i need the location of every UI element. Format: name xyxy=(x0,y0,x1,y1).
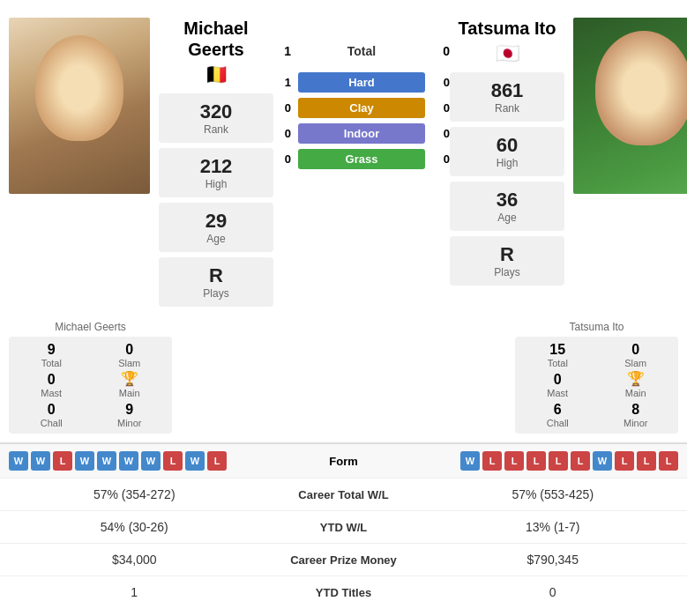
left-age-value: 29 xyxy=(176,210,256,233)
left-chall-value: 0 xyxy=(14,402,89,418)
right-bottom-stats: Tatsuma Ito 15 Total 0 Slam 0 Mast 🏆 0 xyxy=(515,321,678,434)
right-minor-value: 8 xyxy=(599,402,674,418)
stats-left-0: 57% (354-272) xyxy=(13,487,256,501)
right-rank-value: 861 xyxy=(467,79,547,102)
right-plays-box: R Plays xyxy=(450,236,564,286)
stats-right-3: 0 xyxy=(432,585,675,599)
form-badge-w: W xyxy=(97,451,116,471)
indoor-right-score: 0 xyxy=(432,127,450,140)
form-badge-w: W xyxy=(31,451,50,471)
right-plays-label: Plays xyxy=(467,266,547,278)
grass-left-score: 0 xyxy=(273,152,291,166)
left-mast-value: 0 xyxy=(48,372,56,388)
form-badge-right-l: L xyxy=(482,451,502,471)
form-badge-l: L xyxy=(207,451,227,471)
stats-right-1: 13% (1-7) xyxy=(432,520,675,534)
right-high-label: High xyxy=(467,157,547,169)
left-plays-value: R xyxy=(176,264,256,287)
clay-row: 0 Clay 0 xyxy=(273,98,450,118)
right-age-box: 36 Age xyxy=(450,182,564,231)
form-badge-right-l: L xyxy=(659,451,678,471)
right-minor-label: Minor xyxy=(599,418,674,428)
stats-row-2: $34,000 Career Prize Money $790,345 xyxy=(0,544,687,576)
form-badge-l: L xyxy=(53,451,72,471)
hard-row: 1 Hard 0 xyxy=(273,72,450,93)
right-trophy-icon: 🏆 xyxy=(627,370,645,387)
right-chall-value: 6 xyxy=(520,402,595,418)
left-flag: 🇧🇪 xyxy=(205,63,228,86)
stats-label-3: YTD Titles xyxy=(256,586,432,599)
left-total-label: Total xyxy=(14,358,89,368)
left-player-photo xyxy=(9,18,150,194)
left-player-name-label: Michael Geerts xyxy=(9,321,172,333)
left-bottom-stats: Michael Geerts 9 Total 0 Slam 0 Mast 🏆 0 xyxy=(9,321,172,434)
total-right-score: 0 xyxy=(432,44,450,58)
grass-right-score: 0 xyxy=(432,152,450,166)
form-row: WWLWWWWLWL Form WLLLLLWLLL xyxy=(0,442,687,479)
right-high-value: 60 xyxy=(467,134,547,157)
stats-label-1: YTD W/L xyxy=(256,521,432,534)
form-badge-w: W xyxy=(9,451,28,471)
right-rank-label: Rank xyxy=(467,102,547,115)
form-badge-right-l: L xyxy=(526,451,546,471)
total-row: 1 Total 0 xyxy=(273,44,450,58)
right-chall-label: Chall xyxy=(520,418,595,428)
left-slam-value: 0 xyxy=(93,342,168,358)
grass-row: 0 Grass 0 xyxy=(273,149,450,169)
right-total-label: Total xyxy=(520,358,595,368)
form-badge-right-l: L xyxy=(571,451,590,471)
form-badge-w: W xyxy=(119,451,138,471)
stats-right-2: $790,345 xyxy=(432,553,675,567)
form-label: Form xyxy=(291,455,397,468)
stats-left-1: 54% (30-26) xyxy=(13,520,256,534)
indoor-left-score: 0 xyxy=(273,127,291,140)
right-total-value: 15 xyxy=(520,342,595,358)
left-player-name: Michael Geerts xyxy=(159,18,273,60)
form-badge-right-w: W xyxy=(593,451,612,471)
right-mast-label: Mast xyxy=(547,388,568,398)
surface-rows: 1 Hard 0 0 Clay 0 0 Indoor 0 0 Grass xyxy=(273,72,450,169)
left-mast-label: Mast xyxy=(41,388,62,398)
stats-left-2: $34,000 xyxy=(13,553,256,567)
left-minor-value: 9 xyxy=(93,402,168,418)
form-badge-right-l: L xyxy=(504,451,524,471)
hard-right-score: 0 xyxy=(432,76,450,89)
stats-right-0: 57% (553-425) xyxy=(432,487,675,501)
right-player-name-label: Tatsuma Ito xyxy=(515,321,678,333)
right-slam-value: 0 xyxy=(599,342,674,358)
left-rank-box: 320 Rank xyxy=(159,93,273,143)
right-form: WLLLLLWLLL xyxy=(397,451,679,471)
left-age-box: 29 Age xyxy=(159,203,273,252)
left-trophy-icon: 🏆 xyxy=(121,370,138,387)
form-badge-right-l: L xyxy=(637,451,656,471)
form-badge-w: W xyxy=(75,451,94,471)
left-rank-value: 320 xyxy=(176,100,256,123)
right-plays-value: R xyxy=(467,243,547,266)
left-form: WWLWWWWLWL xyxy=(9,451,291,471)
left-total-value: 9 xyxy=(14,342,89,358)
left-plays-label: Plays xyxy=(176,287,256,300)
right-flag: 🇯🇵 xyxy=(496,42,519,65)
stats-label-2: Career Prize Money xyxy=(256,553,432,567)
left-high-label: High xyxy=(176,178,256,190)
stats-label-0: Career Total W/L xyxy=(256,488,432,501)
left-rank-label: Rank xyxy=(176,123,256,136)
stats-row-0: 57% (354-272) Career Total W/L 57% (553-… xyxy=(0,479,687,511)
form-badge-right-l: L xyxy=(615,451,634,471)
left-plays-box: R Plays xyxy=(159,257,273,307)
left-high-box: 212 High xyxy=(159,148,273,197)
left-minor-label: Minor xyxy=(93,418,168,428)
total-label: Total xyxy=(298,44,425,58)
left-slam-label: Slam xyxy=(93,358,168,368)
stats-row-3: 1 YTD Titles 0 xyxy=(0,576,687,608)
form-badge-right-l: L xyxy=(549,451,568,471)
form-badge-l: L xyxy=(163,451,183,471)
form-badge-w: W xyxy=(185,451,205,471)
left-chall-label: Chall xyxy=(14,418,89,428)
hard-left-score: 1 xyxy=(273,76,291,89)
right-age-value: 36 xyxy=(467,189,547,212)
indoor-row: 0 Indoor 0 xyxy=(273,123,450,144)
indoor-badge: Indoor xyxy=(298,123,425,144)
right-rank-box: 861 Rank xyxy=(450,72,564,122)
left-age-label: Age xyxy=(176,233,256,245)
